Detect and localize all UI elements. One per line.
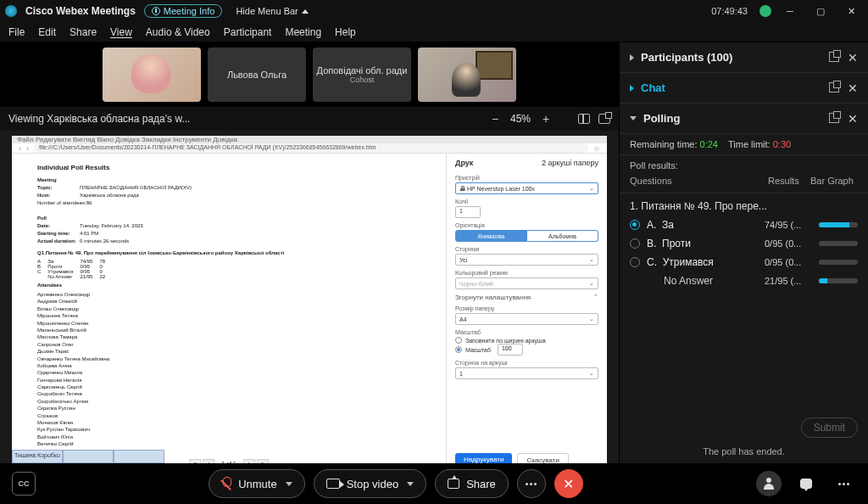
stop-video-label: Stop video [347, 478, 398, 490]
orient-portrait[interactable]: Книжкова [455, 230, 527, 242]
title-bar: Cisco Webex Meetings Meeting Info Hide M… [0, 0, 868, 22]
radio-icon [630, 220, 640, 230]
share-button[interactable]: Share [435, 469, 509, 498]
scale-custom-radio[interactable] [455, 346, 462, 353]
forward-icon[interactable]: › [26, 144, 29, 153]
layout-side-icon[interactable] [578, 114, 590, 124]
menu-participant[interactable]: Participant [224, 26, 272, 38]
more-options-button[interactable] [517, 469, 546, 498]
star-icon[interactable]: ☆ [593, 144, 600, 153]
doc-dur-label: Actual duration: [37, 238, 80, 245]
popout-icon[interactable] [829, 113, 839, 123]
zoom-controls: − 45% + [488, 112, 553, 126]
print-pages-select[interactable]: Усі⌄ [455, 254, 598, 266]
video-tile-2[interactable]: Львова Ольга [208, 48, 306, 102]
zoom-value: 45% [510, 113, 531, 125]
hide-menu-button[interactable]: Hide Menu Bar [236, 6, 308, 16]
menu-view[interactable]: View [110, 26, 132, 38]
close-panel-icon[interactable]: ✕ [848, 52, 858, 64]
col-questions: Questions [630, 176, 768, 186]
maximize-button[interactable]: ▢ [809, 3, 832, 20]
unmute-button[interactable]: Unmute [209, 469, 305, 498]
menu-audio-video[interactable]: Audio & Video [146, 26, 210, 38]
zoom-out-button[interactable]: − [488, 112, 502, 126]
radio-icon [630, 257, 640, 267]
bar-graph [819, 278, 858, 283]
print-copies-input[interactable]: 1 [455, 206, 481, 218]
panel-options[interactable] [831, 471, 856, 496]
chevron-down-icon [286, 482, 292, 486]
shared-browser: Файл Редагувати Вигляд Вікно Довідка Зак… [12, 136, 607, 458]
popout-icon[interactable] [829, 82, 839, 92]
scale-fit-radio[interactable] [455, 337, 462, 344]
layout-popout-icon[interactable] [598, 114, 610, 124]
video-tile-3[interactable]: Доповідачі обл. ради Cohost [313, 48, 411, 102]
menu-help[interactable]: Help [335, 26, 356, 38]
video-strip: Львова Ольга Доповідачі обл. ради Cohost [0, 42, 619, 107]
menu-meeting[interactable]: Meeting [285, 26, 321, 38]
scale-value-input[interactable]: 100 [498, 344, 523, 356]
meeting-info-button[interactable]: Meeting Info [144, 4, 223, 18]
participants-panel-header[interactable]: Participants (100) ✕ [620, 42, 868, 73]
menu-file[interactable]: File [8, 26, 25, 38]
shared-content: Файл Редагувати Вигляд Вікно Довідка Зак… [0, 131, 619, 463]
menu-edit[interactable]: Edit [38, 26, 56, 38]
url-field[interactable]: file:///C:/Users/User/Documents/20230214… [34, 143, 588, 153]
poll-option-c[interactable]: C. Утримався 0/95 (0... [620, 253, 868, 272]
share-label: Share [466, 478, 496, 490]
polling-panel-header[interactable]: Polling ✕ [620, 104, 868, 134]
back-icon[interactable]: ‹ [19, 144, 21, 153]
chat-toggle[interactable] [793, 471, 819, 496]
cc-button[interactable]: CC [12, 472, 36, 496]
video-tile-2-name: Львова Ольга [227, 70, 287, 80]
chevron-right-icon [630, 54, 634, 61]
meeting-info-label: Meeting Info [164, 6, 215, 16]
doc-start: 4:01 PM [80, 231, 98, 236]
print-copies-label: Копії [455, 199, 598, 204]
orient-landscape[interactable]: Альбомна [527, 230, 598, 242]
bottom-strip: Тишина Коробко [12, 450, 607, 463]
zoom-in-button[interactable]: + [539, 112, 553, 126]
print-persheet-select[interactable]: 1⌄ [455, 367, 598, 379]
share-icon [448, 479, 459, 489]
scale-custom-label: Масштаб [465, 347, 491, 353]
browser-url-bar: ‹ › file:///C:/Users/User/Documents/2023… [12, 143, 607, 154]
video-tile-1[interactable] [103, 48, 201, 102]
doc-names: Артеменко ОлександрАндрєєв ОлексійБілаш … [37, 291, 429, 463]
polling-label: Polling [643, 112, 680, 125]
print-fewer[interactable]: Згорнути налаштування [455, 294, 531, 301]
webex-logo-icon [5, 5, 17, 17]
minimize-button[interactable]: ─ [778, 3, 802, 20]
poll-columns: Questions Results Bar Graph [620, 172, 868, 193]
bar-graph [819, 241, 858, 246]
strip-cell: Тишина Коробко [12, 450, 63, 463]
doc-date-label: Date: [37, 222, 80, 230]
poll-option-a[interactable]: A. За 74/95 (... [620, 216, 868, 234]
browser-menubar: Файл Редагувати Вигляд Вікно Довідка Зак… [12, 136, 607, 143]
layout-controls [578, 114, 610, 124]
hide-menu-label: Hide Menu Bar [236, 6, 298, 16]
popout-icon[interactable] [829, 52, 839, 62]
poll-option-b[interactable]: B. Проти 0/95 (0... [620, 234, 868, 253]
doc-date: Tuesday, February 14, 2023 [80, 223, 143, 228]
remaining-value: 0:24 [700, 139, 718, 149]
menu-share[interactable]: Share [70, 26, 97, 38]
doc-poll-label: Poll [37, 215, 80, 222]
video-tile-4[interactable] [418, 48, 516, 102]
print-device-label: Пристрій [455, 175, 598, 181]
close-panel-icon[interactable]: ✕ [848, 113, 858, 125]
print-device-select[interactable]: 🖶 HP Neverstop Laser 100x⌄ [455, 182, 598, 194]
poll-question: 1. Питання № 49. Про пере... [620, 193, 868, 216]
unmute-label: Unmute [238, 478, 277, 490]
print-scale-label: Масштаб [455, 329, 598, 335]
network-status-icon[interactable] [760, 5, 771, 17]
close-panel-icon[interactable]: ✕ [848, 82, 858, 94]
close-window-button[interactable]: ✕ [839, 3, 863, 20]
bar-graph [819, 260, 858, 265]
participants-toggle[interactable] [756, 471, 782, 496]
chat-panel-header[interactable]: Chat ✕ [620, 73, 868, 104]
stop-video-button[interactable]: Stop video [314, 469, 426, 498]
print-color-select[interactable]: Чорно-білий⌄ [455, 277, 598, 289]
print-paper-select[interactable]: A4⌄ [455, 313, 598, 325]
leave-meeting-button[interactable]: ✕ [554, 469, 583, 498]
